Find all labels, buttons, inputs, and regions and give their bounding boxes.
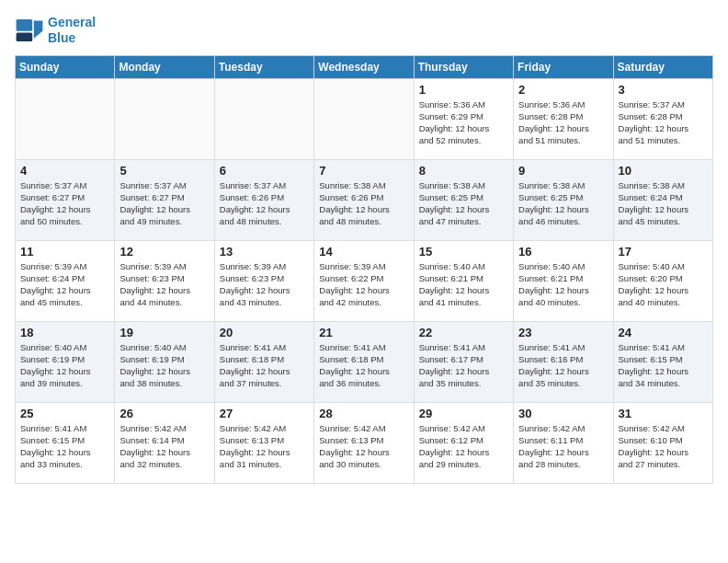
- day-info: Sunrise: 5:40 AMSunset: 6:19 PMDaylight:…: [119, 341, 209, 390]
- day-number: 20: [220, 326, 309, 339]
- day-info: Sunrise: 5:41 AMSunset: 6:15 PMDaylight:…: [20, 422, 109, 471]
- day-info: Sunrise: 5:40 AMSunset: 6:20 PMDaylight:…: [619, 260, 708, 309]
- calendar-cell: 8Sunrise: 5:38 AMSunset: 6:25 PMDaylight…: [414, 159, 513, 240]
- day-info: Sunrise: 5:39 AMSunset: 6:23 PMDaylight:…: [220, 260, 309, 309]
- calendar-cell: [115, 78, 214, 159]
- day-info: Sunrise: 5:41 AMSunset: 6:17 PMDaylight:…: [419, 341, 508, 390]
- day-number: 9: [518, 164, 608, 178]
- week-row-2: 4Sunrise: 5:37 AMSunset: 6:27 PMDaylight…: [16, 159, 713, 240]
- day-info: Sunrise: 5:39 AMSunset: 6:23 PMDaylight:…: [119, 260, 209, 309]
- calendar-cell: 16Sunrise: 5:40 AMSunset: 6:21 PMDayligh…: [514, 240, 613, 321]
- week-row-4: 18Sunrise: 5:40 AMSunset: 6:19 PMDayligh…: [16, 321, 713, 402]
- day-info: Sunrise: 5:42 AMSunset: 6:13 PMDaylight:…: [319, 422, 408, 471]
- day-number: 18: [20, 326, 109, 339]
- calendar-cell: 22Sunrise: 5:41 AMSunset: 6:17 PMDayligh…: [414, 321, 513, 402]
- calendar-cell: 5Sunrise: 5:37 AMSunset: 6:27 PMDaylight…: [115, 159, 214, 240]
- day-info: Sunrise: 5:38 AMSunset: 6:25 PMDaylight:…: [419, 179, 508, 228]
- calendar-cell: 13Sunrise: 5:39 AMSunset: 6:23 PMDayligh…: [214, 240, 313, 321]
- day-number: 15: [419, 245, 508, 259]
- day-info: Sunrise: 5:42 AMSunset: 6:14 PMDaylight:…: [119, 422, 209, 471]
- calendar-cell: 30Sunrise: 5:42 AMSunset: 6:11 PMDayligh…: [514, 402, 613, 483]
- svg-rect-0: [17, 19, 33, 31]
- day-number: 6: [220, 164, 309, 178]
- day-number: 3: [619, 83, 708, 97]
- week-row-1: 1Sunrise: 5:36 AMSunset: 6:29 PMDaylight…: [16, 78, 713, 159]
- week-row-3: 11Sunrise: 5:39 AMSunset: 6:24 PMDayligh…: [16, 240, 713, 321]
- calendar-cell: 12Sunrise: 5:39 AMSunset: 6:23 PMDayligh…: [115, 240, 214, 321]
- calendar-cell: 23Sunrise: 5:41 AMSunset: 6:16 PMDayligh…: [514, 321, 613, 402]
- day-number: 11: [20, 245, 109, 259]
- day-info: Sunrise: 5:41 AMSunset: 6:18 PMDaylight:…: [319, 341, 408, 390]
- calendar-cell: 19Sunrise: 5:40 AMSunset: 6:19 PMDayligh…: [115, 321, 214, 402]
- day-number: 5: [119, 164, 209, 178]
- day-number: 30: [518, 407, 608, 420]
- day-number: 4: [20, 164, 109, 178]
- calendar-cell: 26Sunrise: 5:42 AMSunset: 6:14 PMDayligh…: [115, 402, 214, 483]
- day-info: Sunrise: 5:42 AMSunset: 6:10 PMDaylight:…: [619, 422, 708, 471]
- weekday-row: SundayMondayTuesdayWednesdayThursdayFrid…: [16, 55, 713, 78]
- day-number: 17: [619, 245, 708, 259]
- calendar-cell: 6Sunrise: 5:37 AMSunset: 6:26 PMDaylight…: [214, 159, 313, 240]
- logo-text: General Blue: [48, 15, 96, 46]
- day-number: 16: [518, 245, 608, 259]
- calendar-table: SundayMondayTuesdayWednesdayThursdayFrid…: [15, 55, 713, 484]
- logo-icon: [15, 17, 44, 43]
- day-number: 23: [518, 326, 608, 339]
- day-number: 14: [319, 245, 408, 259]
- calendar-cell: 17Sunrise: 5:40 AMSunset: 6:20 PMDayligh…: [613, 240, 712, 321]
- calendar-cell: [314, 78, 414, 159]
- day-number: 8: [419, 164, 508, 178]
- day-info: Sunrise: 5:41 AMSunset: 6:15 PMDaylight:…: [619, 341, 708, 390]
- day-info: Sunrise: 5:41 AMSunset: 6:18 PMDaylight:…: [220, 341, 309, 390]
- day-info: Sunrise: 5:37 AMSunset: 6:28 PMDaylight:…: [619, 98, 708, 147]
- day-number: 25: [20, 407, 109, 420]
- day-number: 1: [419, 83, 508, 97]
- calendar-cell: 15Sunrise: 5:40 AMSunset: 6:21 PMDayligh…: [414, 240, 513, 321]
- calendar-cell: 27Sunrise: 5:42 AMSunset: 6:13 PMDayligh…: [214, 402, 313, 483]
- day-number: 31: [619, 407, 708, 420]
- day-info: Sunrise: 5:41 AMSunset: 6:16 PMDaylight:…: [518, 341, 608, 390]
- day-number: 13: [220, 245, 309, 259]
- day-number: 22: [419, 326, 508, 339]
- day-info: Sunrise: 5:40 AMSunset: 6:21 PMDaylight:…: [419, 260, 508, 309]
- weekday-header-friday: Friday: [514, 55, 613, 78]
- day-info: Sunrise: 5:42 AMSunset: 6:12 PMDaylight:…: [419, 422, 508, 471]
- calendar-cell: 14Sunrise: 5:39 AMSunset: 6:22 PMDayligh…: [314, 240, 414, 321]
- calendar-cell: 10Sunrise: 5:38 AMSunset: 6:24 PMDayligh…: [613, 159, 712, 240]
- calendar-cell: 11Sunrise: 5:39 AMSunset: 6:24 PMDayligh…: [16, 240, 115, 321]
- day-number: 19: [119, 326, 209, 339]
- weekday-header-tuesday: Tuesday: [214, 55, 313, 78]
- calendar-cell: 18Sunrise: 5:40 AMSunset: 6:19 PMDayligh…: [16, 321, 115, 402]
- day-number: 24: [619, 326, 708, 339]
- calendar-cell: 7Sunrise: 5:38 AMSunset: 6:26 PMDaylight…: [314, 159, 414, 240]
- calendar-cell: 31Sunrise: 5:42 AMSunset: 6:10 PMDayligh…: [613, 402, 712, 483]
- day-number: 12: [119, 245, 209, 259]
- calendar-cell: 2Sunrise: 5:36 AMSunset: 6:28 PMDaylight…: [514, 78, 613, 159]
- day-number: 7: [319, 164, 408, 178]
- day-number: 2: [518, 83, 608, 97]
- weekday-header-saturday: Saturday: [613, 55, 712, 78]
- weekday-header-monday: Monday: [115, 55, 214, 78]
- calendar-cell: 28Sunrise: 5:42 AMSunset: 6:13 PMDayligh…: [314, 402, 414, 483]
- day-info: Sunrise: 5:37 AMSunset: 6:27 PMDaylight:…: [119, 179, 209, 228]
- day-info: Sunrise: 5:39 AMSunset: 6:22 PMDaylight:…: [319, 260, 408, 309]
- day-info: Sunrise: 5:36 AMSunset: 6:29 PMDaylight:…: [419, 98, 508, 147]
- header: General Blue: [15, 15, 713, 46]
- calendar-cell: 1Sunrise: 5:36 AMSunset: 6:29 PMDaylight…: [414, 78, 513, 159]
- day-number: 27: [220, 407, 309, 420]
- day-info: Sunrise: 5:38 AMSunset: 6:24 PMDaylight:…: [619, 179, 708, 228]
- day-info: Sunrise: 5:42 AMSunset: 6:13 PMDaylight:…: [220, 422, 309, 471]
- calendar-cell: 4Sunrise: 5:37 AMSunset: 6:27 PMDaylight…: [16, 159, 115, 240]
- day-number: 10: [619, 164, 708, 178]
- day-info: Sunrise: 5:38 AMSunset: 6:25 PMDaylight:…: [518, 179, 608, 228]
- day-number: 29: [419, 407, 508, 420]
- day-info: Sunrise: 5:37 AMSunset: 6:27 PMDaylight:…: [20, 179, 109, 228]
- calendar-cell: [214, 78, 313, 159]
- logo: General Blue: [15, 15, 96, 46]
- day-info: Sunrise: 5:42 AMSunset: 6:11 PMDaylight:…: [518, 422, 608, 471]
- calendar-cell: 25Sunrise: 5:41 AMSunset: 6:15 PMDayligh…: [16, 402, 115, 483]
- calendar-cell: 24Sunrise: 5:41 AMSunset: 6:15 PMDayligh…: [613, 321, 712, 402]
- day-info: Sunrise: 5:36 AMSunset: 6:28 PMDaylight:…: [518, 98, 608, 147]
- weekday-header-wednesday: Wednesday: [314, 55, 414, 78]
- day-number: 26: [119, 407, 209, 420]
